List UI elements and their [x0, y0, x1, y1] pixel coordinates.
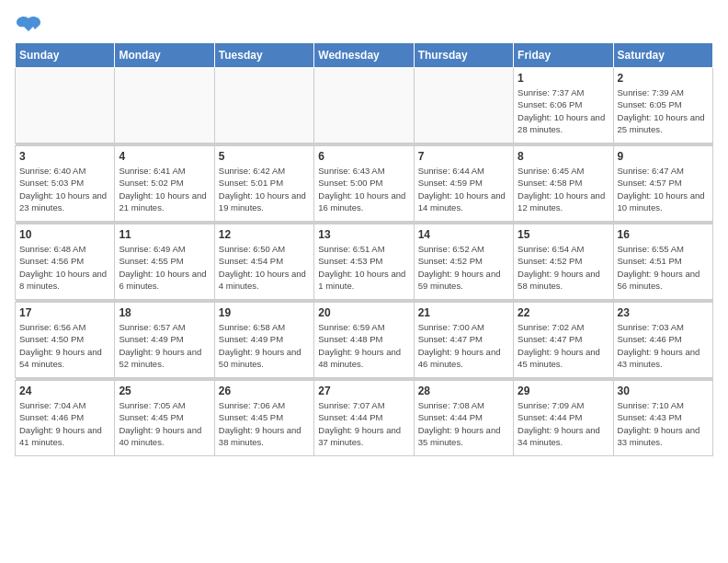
day-info: Sunrise: 7:10 AM Sunset: 4:43 PM Dayligh…: [618, 399, 709, 448]
day-header-friday: Friday: [514, 43, 613, 68]
day-number: 20: [318, 306, 409, 319]
calendar-cell: 23Sunrise: 7:03 AM Sunset: 4:46 PM Dayli…: [613, 303, 712, 378]
day-info: Sunrise: 6:45 AM Sunset: 4:58 PM Dayligh…: [518, 165, 609, 213]
day-info: Sunrise: 6:59 AM Sunset: 4:48 PM Dayligh…: [318, 321, 409, 370]
day-info: Sunrise: 6:55 AM Sunset: 4:51 PM Dayligh…: [618, 243, 709, 292]
calendar-cell: 2Sunrise: 7:39 AM Sunset: 6:05 PM Daylig…: [613, 68, 712, 144]
day-number: 1: [518, 72, 609, 85]
day-header-monday: Monday: [115, 43, 214, 68]
calendar-cell: 24Sunrise: 7:04 AM Sunset: 4:46 PM Dayli…: [16, 381, 115, 456]
day-info: Sunrise: 7:39 AM Sunset: 6:05 PM Dayligh…: [618, 86, 709, 135]
day-number: 10: [19, 228, 110, 241]
day-info: Sunrise: 7:00 AM Sunset: 4:47 PM Dayligh…: [418, 321, 509, 370]
day-info: Sunrise: 6:47 AM Sunset: 4:57 PM Dayligh…: [618, 165, 709, 213]
day-number: 4: [119, 150, 210, 163]
calendar-cell: 1Sunrise: 7:37 AM Sunset: 6:06 PM Daylig…: [514, 68, 613, 144]
calendar-cell: 12Sunrise: 6:50 AM Sunset: 4:54 PM Dayli…: [214, 224, 313, 300]
day-number: 3: [19, 150, 110, 163]
calendar-cell: 14Sunrise: 6:52 AM Sunset: 4:52 PM Dayli…: [414, 224, 513, 300]
day-header-wednesday: Wednesday: [314, 43, 414, 68]
day-info: Sunrise: 6:48 AM Sunset: 4:56 PM Dayligh…: [19, 243, 110, 292]
day-info: Sunrise: 6:58 AM Sunset: 4:49 PM Dayligh…: [219, 321, 310, 370]
calendar: SundayMondayTuesdayWednesdayThursdayFrid…: [15, 42, 713, 456]
day-number: 14: [418, 228, 509, 241]
calendar-cell: 22Sunrise: 7:02 AM Sunset: 4:47 PM Dayli…: [514, 303, 613, 378]
calendar-week-5: 24Sunrise: 7:04 AM Sunset: 4:46 PM Dayli…: [16, 381, 713, 456]
calendar-cell: 5Sunrise: 6:42 AM Sunset: 5:01 PM Daylig…: [214, 146, 313, 222]
day-header-sunday: Sunday: [16, 43, 115, 68]
day-number: 16: [618, 228, 709, 241]
day-info: Sunrise: 6:56 AM Sunset: 4:50 PM Dayligh…: [19, 321, 110, 370]
day-info: Sunrise: 6:50 AM Sunset: 4:54 PM Dayligh…: [219, 243, 310, 292]
day-number: 12: [219, 228, 310, 241]
calendar-cell: 7Sunrise: 6:44 AM Sunset: 4:59 PM Daylig…: [414, 146, 513, 222]
day-number: 8: [518, 150, 609, 163]
day-number: 27: [318, 385, 409, 397]
calendar-cell: 10Sunrise: 6:48 AM Sunset: 4:56 PM Dayli…: [16, 224, 115, 300]
calendar-cell: 26Sunrise: 7:06 AM Sunset: 4:45 PM Dayli…: [214, 381, 313, 456]
calendar-week-4: 17Sunrise: 6:56 AM Sunset: 4:50 PM Dayli…: [16, 303, 713, 378]
day-number: 30: [618, 385, 709, 397]
day-info: Sunrise: 6:51 AM Sunset: 4:53 PM Dayligh…: [318, 243, 409, 292]
calendar-cell: 4Sunrise: 6:41 AM Sunset: 5:02 PM Daylig…: [115, 146, 214, 222]
day-header-thursday: Thursday: [414, 43, 513, 68]
calendar-cell: 27Sunrise: 7:07 AM Sunset: 4:44 PM Dayli…: [314, 381, 414, 456]
calendar-cell: 18Sunrise: 6:57 AM Sunset: 4:49 PM Dayli…: [115, 303, 214, 378]
calendar-cell: 15Sunrise: 6:54 AM Sunset: 4:52 PM Dayli…: [514, 224, 613, 300]
calendar-cell: 17Sunrise: 6:56 AM Sunset: 4:50 PM Dayli…: [16, 303, 115, 378]
day-number: 9: [618, 150, 709, 163]
day-info: Sunrise: 7:04 AM Sunset: 4:46 PM Dayligh…: [19, 399, 110, 448]
calendar-cell: 21Sunrise: 7:00 AM Sunset: 4:47 PM Dayli…: [414, 303, 513, 378]
day-number: 26: [219, 385, 310, 397]
calendar-week-1: 1Sunrise: 7:37 AM Sunset: 6:06 PM Daylig…: [16, 68, 713, 144]
day-header-saturday: Saturday: [613, 43, 712, 68]
day-info: Sunrise: 7:37 AM Sunset: 6:06 PM Dayligh…: [518, 86, 609, 135]
calendar-cell: 20Sunrise: 6:59 AM Sunset: 4:48 PM Dayli…: [314, 303, 414, 378]
day-number: 25: [119, 385, 210, 397]
day-number: 5: [219, 150, 310, 163]
header: [15, 15, 713, 35]
calendar-cell: 28Sunrise: 7:08 AM Sunset: 4:44 PM Dayli…: [414, 381, 513, 456]
calendar-cell: 30Sunrise: 7:10 AM Sunset: 4:43 PM Dayli…: [613, 381, 712, 456]
day-number: 19: [219, 306, 310, 319]
calendar-week-2: 3Sunrise: 6:40 AM Sunset: 5:03 PM Daylig…: [16, 146, 713, 222]
day-number: 22: [518, 306, 609, 319]
day-info: Sunrise: 6:57 AM Sunset: 4:49 PM Dayligh…: [119, 321, 210, 370]
calendar-cell: 29Sunrise: 7:09 AM Sunset: 4:44 PM Dayli…: [514, 381, 613, 456]
day-number: 11: [119, 228, 210, 241]
logo: [15, 15, 46, 35]
calendar-cell: 3Sunrise: 6:40 AM Sunset: 5:03 PM Daylig…: [16, 146, 115, 222]
day-number: 24: [19, 385, 110, 397]
calendar-cell: 25Sunrise: 7:05 AM Sunset: 4:45 PM Dayli…: [115, 381, 214, 456]
day-number: 6: [318, 150, 409, 163]
day-info: Sunrise: 6:54 AM Sunset: 4:52 PM Dayligh…: [518, 243, 609, 292]
day-info: Sunrise: 6:52 AM Sunset: 4:52 PM Dayligh…: [418, 243, 509, 292]
day-info: Sunrise: 7:07 AM Sunset: 4:44 PM Dayligh…: [318, 399, 409, 448]
calendar-cell: [314, 68, 414, 144]
day-number: 15: [518, 228, 609, 241]
day-number: 29: [518, 385, 609, 397]
day-info: Sunrise: 6:42 AM Sunset: 5:01 PM Dayligh…: [219, 165, 310, 213]
calendar-cell: [214, 68, 313, 144]
day-info: Sunrise: 7:05 AM Sunset: 4:45 PM Dayligh…: [119, 399, 210, 448]
calendar-cell: 8Sunrise: 6:45 AM Sunset: 4:58 PM Daylig…: [514, 146, 613, 222]
calendar-cell: [414, 68, 513, 144]
calendar-cell: [115, 68, 214, 144]
day-info: Sunrise: 6:49 AM Sunset: 4:55 PM Dayligh…: [119, 243, 210, 292]
day-info: Sunrise: 7:03 AM Sunset: 4:46 PM Dayligh…: [618, 321, 709, 370]
day-header-tuesday: Tuesday: [214, 43, 313, 68]
day-number: 7: [418, 150, 509, 163]
day-info: Sunrise: 7:09 AM Sunset: 4:44 PM Dayligh…: [518, 399, 609, 448]
day-number: 18: [119, 306, 210, 319]
logo-icon: [15, 15, 42, 35]
day-info: Sunrise: 7:06 AM Sunset: 4:45 PM Dayligh…: [219, 399, 310, 448]
day-number: 17: [19, 306, 110, 319]
calendar-cell: [16, 68, 115, 144]
calendar-cell: 16Sunrise: 6:55 AM Sunset: 4:51 PM Dayli…: [613, 224, 712, 300]
calendar-week-3: 10Sunrise: 6:48 AM Sunset: 4:56 PM Dayli…: [16, 224, 713, 300]
day-number: 21: [418, 306, 509, 319]
day-info: Sunrise: 7:08 AM Sunset: 4:44 PM Dayligh…: [418, 399, 509, 448]
day-number: 13: [318, 228, 409, 241]
day-info: Sunrise: 6:44 AM Sunset: 4:59 PM Dayligh…: [418, 165, 509, 213]
day-info: Sunrise: 6:41 AM Sunset: 5:02 PM Dayligh…: [119, 165, 210, 213]
